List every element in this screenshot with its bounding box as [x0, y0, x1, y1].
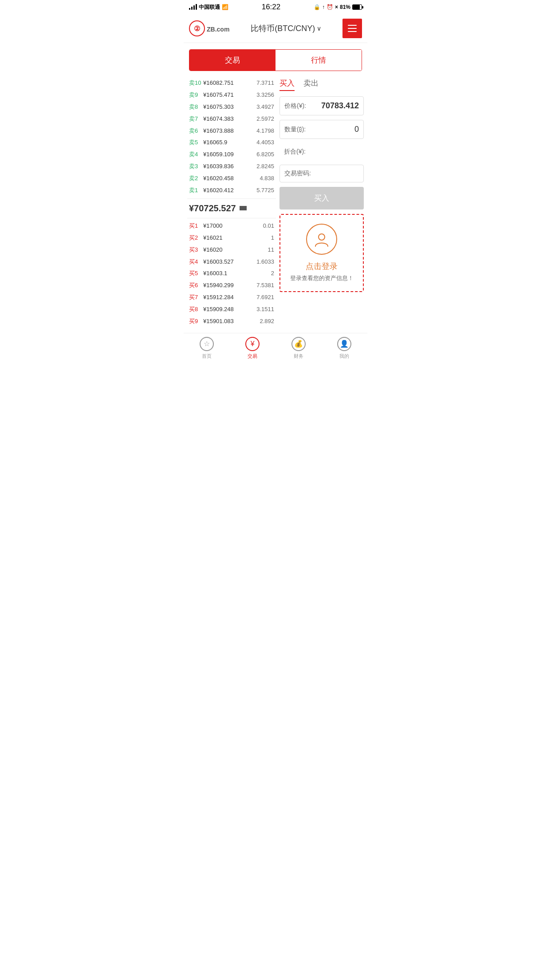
carrier-label: 中国联通 [199, 4, 220, 11]
login-hint: 登录查看您的资产信息！ [290, 274, 354, 282]
quantity-field[interactable]: 数量(₿): [279, 120, 364, 139]
buy-order-row[interactable]: 买6 ¥15940.299 7.5381 [187, 280, 276, 292]
sell-order-row[interactable]: 卖6 ¥16073.888 4.1798 [187, 125, 276, 137]
sell-label: 卖9 [189, 91, 201, 99]
lock-icon: 🔒 [314, 4, 320, 10]
buy-price: ¥16003.1 [201, 270, 271, 277]
password-input[interactable] [311, 170, 359, 177]
buy-button[interactable]: 买入 [279, 187, 364, 209]
page-title[interactable]: 比特币(BTC/CNY) ∨ [251, 23, 321, 34]
sell-amount: 4.4053 [256, 139, 274, 146]
sell-order-row[interactable]: 卖9 ¥16075.471 3.3256 [187, 89, 276, 101]
buy-amount: 7.5381 [256, 282, 274, 289]
buy-amount: 2.892 [260, 318, 274, 325]
bottom-nav: ☆ 首页 ¥ 交易 💰 财务 👤 我的 [184, 333, 367, 361]
menu-button[interactable] [342, 19, 362, 38]
nav-finance-label: 财务 [294, 353, 303, 360]
order-book: 卖10 ¥16082.751 7.3711 卖9 ¥16075.471 3.32… [187, 77, 276, 328]
tab-trade[interactable]: 交易 [189, 50, 276, 71]
sell-order-row[interactable]: 卖8 ¥16075.303 3.4927 [187, 101, 276, 113]
buy-order-row[interactable]: 买8 ¥15909.248 3.1511 [187, 304, 276, 316]
login-button[interactable]: 点击登录 [306, 261, 338, 272]
logo: ② ZB.com [189, 20, 229, 36]
sell-orders: 卖10 ¥16082.751 7.3711 卖9 ¥16075.471 3.32… [187, 77, 276, 197]
buy-amount: 0.01 [263, 222, 274, 230]
buy-label: 买7 [189, 294, 201, 301]
price-label: 价格(¥): [284, 102, 306, 110]
trade-panel: 买入 卖出 价格(¥): 数量(₿): 折合(¥): 交易密码: 买入 [279, 77, 364, 328]
sell-order-row[interactable]: 卖10 ¥16082.751 7.3711 [187, 77, 276, 89]
nav-home[interactable]: ☆ 首页 [184, 337, 230, 360]
buy-label: 买3 [189, 246, 201, 254]
quantity-input[interactable] [306, 125, 359, 134]
yen-icon: ¥ [245, 337, 260, 351]
buy-label: 买8 [189, 306, 201, 313]
signal-icon [189, 4, 197, 10]
buy-price: ¥16020 [201, 246, 268, 254]
current-price-value: ¥70725.527 [189, 203, 236, 213]
buy-amount: 11 [268, 246, 274, 254]
status-bar: 中国联通 📶 16:22 🔒 ↑ ⏰ × 81% [184, 0, 367, 14]
main-content: 卖10 ¥16082.751 7.3711 卖9 ¥16075.471 3.32… [184, 77, 367, 328]
buy-price: ¥16003.527 [201, 258, 256, 266]
nav-profile[interactable]: 👤 我的 [322, 337, 368, 360]
status-right: 🔒 ↑ ⏰ × 81% [314, 4, 362, 10]
sell-order-row[interactable]: 卖1 ¥16020.412 5.7725 [187, 185, 276, 197]
sell-amount: 7.3711 [256, 79, 274, 87]
sell-amount: 3.4927 [256, 103, 274, 111]
password-field[interactable]: 交易密码: [279, 165, 364, 182]
main-tabs: 交易 行情 [189, 49, 362, 71]
sell-label: 卖2 [189, 175, 201, 182]
tab-buy[interactable]: 买入 [279, 78, 295, 91]
buy-order-row[interactable]: 买5 ¥16003.1 2 [187, 268, 276, 280]
buy-price: ¥15901.083 [201, 318, 260, 325]
logo-circle-icon: ② [189, 20, 205, 36]
buy-price: ¥15940.299 [201, 282, 256, 289]
star-icon: ☆ [200, 337, 214, 351]
sell-amount: 6.8205 [256, 151, 274, 158]
buy-order-row[interactable]: 买2 ¥16021 1 [187, 232, 276, 244]
quantity-label: 数量(₿): [284, 126, 306, 134]
chevron-down-icon: ∨ [317, 25, 321, 32]
sell-order-row[interactable]: 卖7 ¥16074.383 2.5972 [187, 113, 276, 125]
sell-order-row[interactable]: 卖5 ¥16065.9 4.4053 [187, 137, 276, 149]
tab-sell[interactable]: 卖出 [303, 78, 319, 91]
sell-label: 卖3 [189, 163, 201, 170]
buy-label: 买2 [189, 234, 201, 242]
buy-price: ¥15912.284 [201, 294, 256, 301]
time-label: 16:22 [262, 3, 281, 12]
sell-amount: 3.3256 [256, 91, 274, 99]
sell-order-row[interactable]: 卖4 ¥16059.109 6.8205 [187, 149, 276, 161]
sell-order-row[interactable]: 卖3 ¥16039.836 2.8245 [187, 161, 276, 173]
sell-label: 卖10 [189, 79, 201, 87]
sell-label: 卖8 [189, 103, 201, 111]
sell-amount: 4.1798 [256, 127, 274, 135]
nav-finance[interactable]: 💰 财务 [276, 337, 322, 360]
sell-order-row[interactable]: 卖2 ¥16020.458 4.838 [187, 173, 276, 185]
sell-price: ¥16059.109 [201, 151, 256, 158]
buy-orders: 买1 ¥17000 0.01 买2 ¥16021 1 买3 ¥16020 11 … [187, 220, 276, 328]
sell-price: ¥16075.471 [201, 91, 256, 99]
location-icon: ↑ [322, 4, 325, 10]
sell-amount: 2.8245 [256, 163, 274, 170]
buy-amount: 2 [271, 270, 274, 277]
sell-amount: 4.838 [260, 175, 274, 182]
price-field[interactable]: 价格(¥): [279, 96, 364, 115]
sell-label: 卖7 [189, 115, 201, 123]
buy-amount: 7.6921 [256, 294, 274, 301]
sell-price: ¥16075.303 [201, 103, 256, 111]
battery-label: 81% [340, 4, 350, 10]
buy-price: ¥17000 [201, 222, 263, 230]
alarm-icon: ⏰ [327, 4, 333, 10]
buy-order-row[interactable]: 买1 ¥17000 0.01 [187, 220, 276, 232]
buy-order-row[interactable]: 买3 ¥16020 11 [187, 244, 276, 256]
buy-order-row[interactable]: 买7 ¥15912.284 7.6921 [187, 292, 276, 304]
sell-price: ¥16020.458 [201, 175, 260, 182]
logo-text: ZB.com [207, 24, 229, 34]
price-input[interactable] [306, 101, 359, 111]
current-price: ¥70725.527 [187, 198, 276, 218]
buy-order-row[interactable]: 买4 ¥16003.527 1.6033 [187, 256, 276, 268]
buy-order-row[interactable]: 买9 ¥15901.083 2.892 [187, 316, 276, 328]
tab-market[interactable]: 行情 [276, 50, 362, 71]
nav-trade[interactable]: ¥ 交易 [230, 337, 276, 360]
